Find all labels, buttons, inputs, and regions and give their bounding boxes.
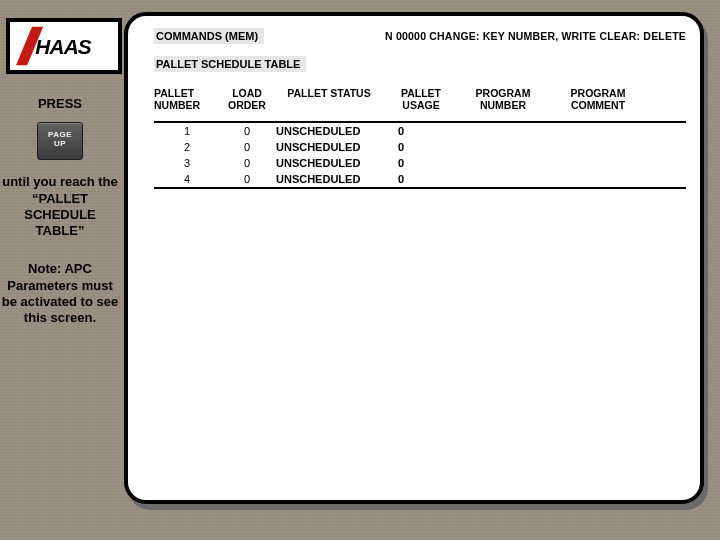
cell-load-order: 0 [220,125,274,137]
cell-usage: 0 [384,157,458,169]
cnc-screen-panel: COMMANDS (MEM) N 00000 CHANGE: KEY NUMBE… [124,12,704,504]
commands-mode: COMMANDS (MEM) [154,28,264,44]
cell-usage: 0 [384,125,458,137]
hdr-load-order: LOAD ORDER [220,88,274,111]
svg-text:HAAS: HAAS [35,35,92,58]
cell-program-number [458,157,548,169]
key-line-2: UP [38,139,82,148]
until-text: until you reach the “PALLET SCHEDULE TAB… [0,174,120,239]
table-row[interactable]: 2 0 UNSCHEDULED 0 [154,139,686,155]
cell-pallet-number: 2 [154,141,220,153]
cell-pallet-number: 3 [154,157,220,169]
cell-usage: 0 [384,141,458,153]
cell-program-comment [548,141,648,153]
table-row[interactable]: 3 0 UNSCHEDULED 0 [154,155,686,171]
screen-subtitle: PALLET SCHEDULE TABLE [154,56,306,72]
cell-program-number [458,125,548,137]
table-row[interactable]: 4 0 UNSCHEDULED 0 [154,171,686,187]
hdr-program-number: PROGRAM NUMBER [458,88,548,111]
cell-load-order: 0 [220,173,274,185]
cell-program-number [458,141,548,153]
haas-logo: HAAS [6,18,122,74]
hdr-pallet-number: PALLET NUMBER [154,88,220,111]
cell-program-comment [548,173,648,185]
cell-status: UNSCHEDULED [274,157,384,169]
screen-top-row: COMMANDS (MEM) N 00000 CHANGE: KEY NUMBE… [154,28,686,44]
cell-load-order: 0 [220,141,274,153]
hdr-pallet-usage: PALLET USAGE [384,88,458,111]
hdr-program-comment: PROGRAM COMMENT [548,88,648,111]
table-row[interactable]: 1 0 UNSCHEDULED 0 [154,123,686,139]
cell-pallet-number: 4 [154,173,220,185]
top-right-hint: N 00000 CHANGE: KEY NUMBER, WRITE CLEAR:… [385,28,686,44]
cell-status: UNSCHEDULED [274,125,384,137]
page-up-key[interactable]: PAGE UP [37,122,83,160]
cell-program-comment [548,157,648,169]
hdr-pallet-status: PALLET STATUS [274,88,384,111]
cell-program-number [458,173,548,185]
note-text: Note: APC Parameters must be activated t… [0,261,120,326]
cell-status: UNSCHEDULED [274,141,384,153]
key-line-1: PAGE [38,130,82,139]
cell-usage: 0 [384,173,458,185]
press-label: PRESS [0,96,120,112]
cell-load-order: 0 [220,157,274,169]
cell-program-comment [548,125,648,137]
instruction-sidebar: PRESS PAGE UP until you reach the “PALLE… [0,90,120,326]
table-headers: PALLET NUMBER LOAD ORDER PALLET STATUS P… [154,88,686,111]
cell-status: UNSCHEDULED [274,173,384,185]
cell-pallet-number: 1 [154,125,220,137]
haas-logo-icon: HAAS [16,26,112,66]
stage: HAAS PRESS PAGE UP until you reach the “… [0,0,720,540]
cnc-screen-inner: COMMANDS (MEM) N 00000 CHANGE: KEY NUMBE… [128,16,700,203]
pallet-table: 1 0 UNSCHEDULED 0 2 0 UNSCHEDULED 0 3 [154,121,686,189]
